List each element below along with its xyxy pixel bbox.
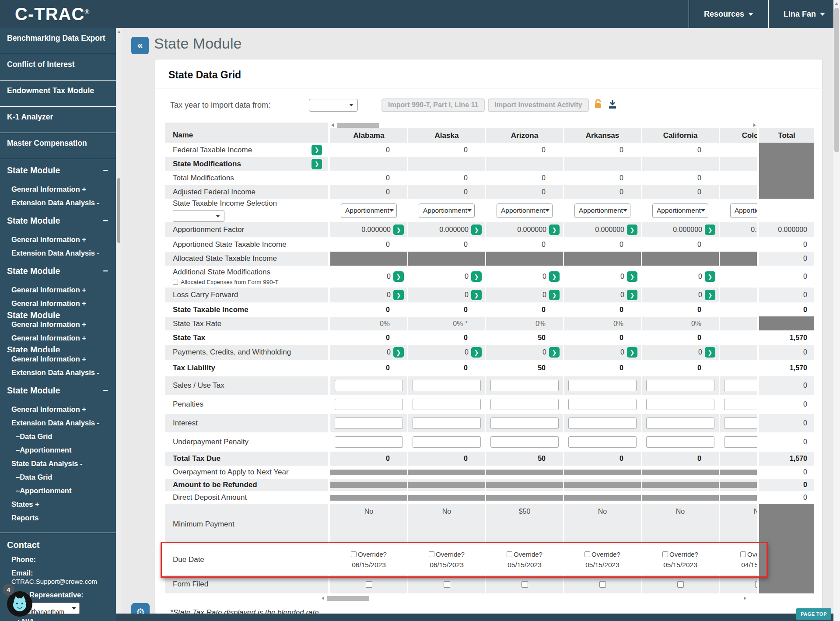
amount-input[interactable] xyxy=(413,399,481,410)
sidebar-item-endowment-tax-module[interactable]: Endowment Tax Module xyxy=(0,81,116,107)
scroll-left-arrow-icon[interactable] xyxy=(331,123,334,127)
sidebar-subitem--data-grid[interactable]: –Data Grid xyxy=(0,430,116,443)
form-filed-checkbox[interactable] xyxy=(599,581,606,588)
sidebar-item-k-1-analyzer[interactable]: K-1 Analyzer xyxy=(0,107,116,133)
collapse-minus-icon[interactable]: − xyxy=(103,165,108,175)
expand-cell-button[interactable]: ❯ xyxy=(627,225,637,235)
resources-menu[interactable]: Resources xyxy=(689,0,768,28)
override-checkbox[interactable] xyxy=(351,551,357,557)
collapse-sidebar-button[interactable]: « xyxy=(131,37,149,54)
sidebar-module-state-module[interactable]: State Module− xyxy=(0,260,116,283)
scroll-up-arrow-icon[interactable] xyxy=(835,2,838,5)
sidebar-subitem-state-data-analysis[interactable]: State Data Analysis - xyxy=(0,457,116,470)
sidebar-item-conflict-of-interest[interactable]: Conflict of Interest xyxy=(0,54,116,81)
income-selection-select[interactable]: Apportionment xyxy=(574,203,630,218)
expand-row-button[interactable]: ❯ xyxy=(312,159,322,169)
tax-year-select[interactable] xyxy=(309,99,358,112)
sidebar-subitem--data-grid[interactable]: –Data Grid xyxy=(0,470,116,484)
income-selection-select[interactable]: Apportionment xyxy=(730,203,757,218)
scroll-up-arrow-icon[interactable] xyxy=(117,31,121,33)
amount-input[interactable] xyxy=(568,436,637,448)
amount-input[interactable] xyxy=(335,418,403,429)
form-filed-checkbox[interactable] xyxy=(444,581,450,588)
scroll-right-arrow-icon[interactable] xyxy=(753,123,756,127)
amount-input[interactable] xyxy=(646,380,714,391)
income-selection-select[interactable]: Apportionment xyxy=(497,203,553,218)
sidebar-subitem-general-information[interactable]: General Information + xyxy=(0,283,116,297)
form-filed-checkbox[interactable] xyxy=(366,581,372,588)
amount-input[interactable] xyxy=(646,399,714,410)
amount-input[interactable] xyxy=(335,380,403,391)
amount-input[interactable] xyxy=(335,436,403,448)
amount-input[interactable] xyxy=(335,399,403,410)
expand-cell-button[interactable]: ❯ xyxy=(705,225,715,235)
amount-input[interactable] xyxy=(413,418,481,429)
amount-input[interactable] xyxy=(568,399,637,410)
sidebar-module-state-module[interactable]: State Module− xyxy=(0,159,116,182)
sidebar-subitem-general-information[interactable]: General Information + xyxy=(0,331,116,345)
expand-cell-button[interactable]: ❯ xyxy=(705,271,715,282)
expand-cell-button[interactable]: ❯ xyxy=(705,290,715,300)
sidebar-scrollbar[interactable] xyxy=(116,28,122,621)
income-selection-select[interactable]: Apportionment xyxy=(652,203,708,218)
import-investment-button[interactable]: Import Investment Activity xyxy=(488,98,588,112)
sidebar-module-state-module[interactable]: State Module− xyxy=(0,210,116,233)
app-logo[interactable]: C-TRAC® xyxy=(15,4,90,24)
sidebar-subitem-general-information[interactable]: General Information + xyxy=(0,403,116,416)
collapse-minus-icon[interactable]: − xyxy=(103,386,108,396)
sidebar-module-state-module[interactable]: State Module xyxy=(0,345,116,352)
amount-input[interactable] xyxy=(646,418,714,429)
sidebar-subitem-extension-data-analysis[interactable]: Extension Data Analysis - xyxy=(0,196,116,210)
sidebar-subitem-general-information[interactable]: General Information + xyxy=(0,318,116,331)
expand-row-button[interactable]: ❯ xyxy=(312,145,322,155)
scroll-left-arrow-icon[interactable] xyxy=(322,596,324,600)
scrollbar-thumb[interactable] xyxy=(337,123,379,128)
expand-cell-button[interactable]: ❯ xyxy=(627,290,637,300)
horizontal-scrollbar-bottom[interactable] xyxy=(321,596,747,601)
scroll-right-arrow-icon[interactable] xyxy=(744,596,746,600)
expand-cell-button[interactable]: ❯ xyxy=(627,347,637,358)
expand-cell-button[interactable]: ❯ xyxy=(471,347,482,358)
sidebar-subitem-states[interactable]: States + xyxy=(0,498,116,511)
expand-cell-button[interactable]: ❯ xyxy=(549,271,560,282)
amount-input[interactable] xyxy=(413,380,481,391)
expand-cell-button[interactable]: ❯ xyxy=(471,225,482,235)
expand-cell-button[interactable]: ❯ xyxy=(549,347,560,358)
form-filed-checkbox[interactable] xyxy=(755,581,757,588)
page-scrollbar[interactable] xyxy=(833,0,840,621)
sidebar-subitem-general-information[interactable]: General Information + xyxy=(0,297,116,310)
sidebar-subitem-general-information[interactable]: General Information + xyxy=(0,233,116,246)
override-checkbox[interactable] xyxy=(740,551,746,557)
download-icon[interactable] xyxy=(608,99,617,111)
name-cell-select[interactable] xyxy=(173,210,224,222)
expand-cell-button[interactable]: ❯ xyxy=(393,225,404,235)
allocated-expenses-checkbox[interactable] xyxy=(173,280,178,285)
amount-input[interactable] xyxy=(490,418,559,429)
override-checkbox[interactable] xyxy=(507,551,512,557)
unlock-icon[interactable] xyxy=(594,99,602,111)
user-menu[interactable]: Lina Fan xyxy=(768,0,840,28)
page-top-button[interactable]: PAGE TOP xyxy=(796,608,831,620)
expand-cell-button[interactable]: ❯ xyxy=(393,290,404,300)
form-filed-checkbox[interactable] xyxy=(522,581,528,588)
import-990t-button[interactable]: Import 990-T, Part I, Line 11 xyxy=(382,98,485,112)
expand-cell-button[interactable]: ❯ xyxy=(471,290,482,300)
sidebar-subitem-extension-data-analysis[interactable]: Extension Data Analysis - xyxy=(0,366,116,379)
sidebar-subitem-general-information[interactable]: General Information + xyxy=(0,182,116,196)
income-selection-select[interactable]: Apportionment xyxy=(341,203,397,218)
scrollbar-thumb[interactable] xyxy=(117,178,120,243)
amount-input[interactable] xyxy=(646,436,714,448)
expand-cell-button[interactable]: ❯ xyxy=(471,271,482,282)
override-checkbox[interactable] xyxy=(584,551,590,557)
amount-input[interactable] xyxy=(568,418,637,429)
sidebar-subitem--apportionment[interactable]: –Apportionment xyxy=(0,484,116,498)
income-selection-select[interactable]: Apportionment xyxy=(419,203,475,218)
expand-cell-button[interactable]: ❯ xyxy=(549,290,560,300)
amount-input[interactable] xyxy=(490,380,559,391)
collapse-minus-icon[interactable]: − xyxy=(103,266,108,276)
amount-input[interactable] xyxy=(724,380,757,391)
sidebar-subitem-extension-data-analysis[interactable]: Extension Data Analysis - xyxy=(0,246,116,260)
expand-cell-button[interactable]: ❯ xyxy=(705,347,715,358)
sidebar-subitem--apportionment[interactable]: –Apportionment xyxy=(0,443,116,457)
form-filed-checkbox[interactable] xyxy=(677,581,684,588)
